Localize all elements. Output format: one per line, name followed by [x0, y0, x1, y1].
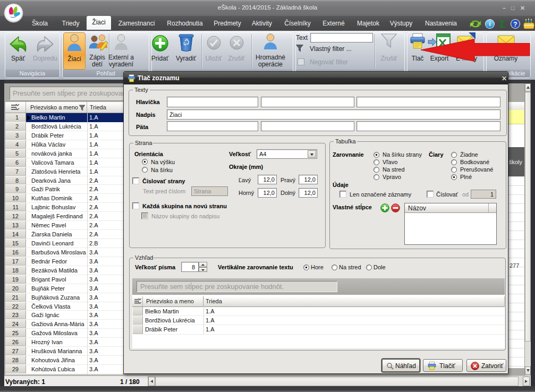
- svg-text:Σ: Σ: [500, 19, 506, 30]
- svg-text:?: ?: [513, 21, 517, 28]
- svg-text:i: i: [489, 21, 490, 27]
